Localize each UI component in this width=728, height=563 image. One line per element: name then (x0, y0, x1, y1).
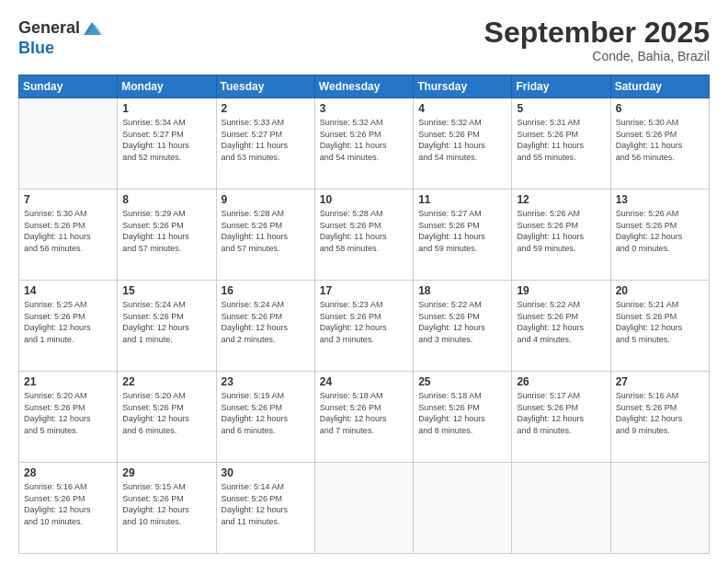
day-info: Sunrise: 5:29 AMSunset: 5:26 PMDaylight:… (122, 208, 210, 254)
table-row: 23Sunrise: 5:19 AMSunset: 5:26 PMDayligh… (216, 372, 314, 463)
col-friday: Friday (512, 75, 610, 98)
day-info: Sunrise: 5:32 AMSunset: 5:26 PMDaylight:… (418, 117, 506, 163)
day-info: Sunrise: 5:18 AMSunset: 5:26 PMDaylight:… (320, 390, 408, 436)
table-row: 18Sunrise: 5:22 AMSunset: 5:26 PMDayligh… (414, 281, 512, 372)
day-number: 30 (222, 466, 310, 479)
table-row: 1Sunrise: 5:34 AMSunset: 5:27 PMDaylight… (118, 98, 216, 190)
day-number: 3 (320, 102, 408, 115)
day-info: Sunrise: 5:20 AMSunset: 5:26 PMDaylight:… (122, 390, 210, 436)
day-info: Sunrise: 5:31 AMSunset: 5:26 PMDaylight:… (517, 117, 605, 163)
day-number: 15 (122, 284, 210, 297)
calendar-week-row: 7Sunrise: 5:30 AMSunset: 5:26 PMDaylight… (19, 190, 710, 281)
day-info: Sunrise: 5:23 AMSunset: 5:26 PMDaylight:… (320, 299, 408, 345)
col-monday: Monday (118, 75, 216, 98)
logo-blue-text: Blue (18, 39, 54, 58)
table-row: 14Sunrise: 5:25 AMSunset: 5:26 PMDayligh… (19, 281, 118, 372)
day-number: 23 (222, 375, 310, 388)
day-number: 17 (320, 284, 408, 297)
day-number: 1 (122, 102, 210, 115)
table-row: 4Sunrise: 5:32 AMSunset: 5:26 PMDaylight… (414, 98, 512, 190)
table-row: 2Sunrise: 5:33 AMSunset: 5:27 PMDaylight… (216, 98, 314, 190)
logo: General Blue (18, 17, 102, 58)
day-number: 28 (24, 466, 112, 479)
day-info: Sunrise: 5:15 AMSunset: 5:26 PMDaylight:… (122, 481, 210, 527)
calendar-week-row: 1Sunrise: 5:34 AMSunset: 5:27 PMDaylight… (19, 98, 710, 190)
day-number: 20 (616, 284, 704, 297)
calendar-week-row: 14Sunrise: 5:25 AMSunset: 5:26 PMDayligh… (19, 281, 710, 372)
day-number: 4 (418, 102, 506, 115)
day-info: Sunrise: 5:16 AMSunset: 5:26 PMDaylight:… (616, 390, 704, 436)
table-row: 28Sunrise: 5:16 AMSunset: 5:26 PMDayligh… (19, 463, 118, 554)
day-info: Sunrise: 5:26 AMSunset: 5:26 PMDaylight:… (616, 208, 704, 254)
day-info: Sunrise: 5:28 AMSunset: 5:26 PMDaylight:… (222, 208, 310, 254)
table-row: 5Sunrise: 5:31 AMSunset: 5:26 PMDaylight… (512, 98, 610, 190)
day-info: Sunrise: 5:27 AMSunset: 5:26 PMDaylight:… (418, 208, 506, 254)
day-number: 2 (222, 102, 310, 115)
table-row: 26Sunrise: 5:17 AMSunset: 5:26 PMDayligh… (512, 372, 610, 463)
table-row: 15Sunrise: 5:24 AMSunset: 5:26 PMDayligh… (118, 281, 216, 372)
day-info: Sunrise: 5:30 AMSunset: 5:26 PMDaylight:… (24, 208, 112, 254)
table-row (414, 463, 512, 554)
day-info: Sunrise: 5:30 AMSunset: 5:26 PMDaylight:… (616, 117, 704, 163)
day-number: 5 (517, 102, 605, 115)
day-info: Sunrise: 5:25 AMSunset: 5:26 PMDaylight:… (24, 299, 112, 345)
table-row: 6Sunrise: 5:30 AMSunset: 5:26 PMDaylight… (610, 98, 709, 190)
table-row: 29Sunrise: 5:15 AMSunset: 5:26 PMDayligh… (118, 463, 216, 554)
logo-icon (82, 18, 102, 39)
day-number: 7 (24, 193, 112, 206)
table-row: 7Sunrise: 5:30 AMSunset: 5:26 PMDaylight… (19, 190, 118, 281)
day-info: Sunrise: 5:17 AMSunset: 5:26 PMDaylight:… (517, 390, 605, 436)
table-row: 22Sunrise: 5:20 AMSunset: 5:26 PMDayligh… (118, 372, 216, 463)
day-info: Sunrise: 5:22 AMSunset: 5:26 PMDaylight:… (418, 299, 506, 345)
col-wednesday: Wednesday (314, 75, 413, 98)
day-number: 6 (616, 102, 704, 115)
logo-general-text: General (18, 18, 80, 38)
calendar-week-row: 28Sunrise: 5:16 AMSunset: 5:26 PMDayligh… (19, 463, 710, 554)
day-number: 16 (222, 284, 310, 297)
table-row: 24Sunrise: 5:18 AMSunset: 5:26 PMDayligh… (314, 372, 413, 463)
calendar-table: Sunday Monday Tuesday Wednesday Thursday… (18, 75, 710, 554)
table-row: 12Sunrise: 5:26 AMSunset: 5:26 PMDayligh… (512, 190, 610, 281)
day-info: Sunrise: 5:16 AMSunset: 5:26 PMDaylight:… (24, 481, 112, 527)
table-row: 27Sunrise: 5:16 AMSunset: 5:26 PMDayligh… (610, 372, 709, 463)
table-row: 8Sunrise: 5:29 AMSunset: 5:26 PMDaylight… (118, 190, 216, 281)
day-info: Sunrise: 5:32 AMSunset: 5:26 PMDaylight:… (320, 117, 408, 163)
table-row: 3Sunrise: 5:32 AMSunset: 5:26 PMDaylight… (314, 98, 413, 190)
day-number: 26 (517, 375, 605, 388)
day-number: 24 (320, 375, 408, 388)
day-number: 25 (418, 375, 506, 388)
table-row: 9Sunrise: 5:28 AMSunset: 5:26 PMDaylight… (216, 190, 314, 281)
day-number: 21 (24, 375, 112, 388)
month-title: September 2025 (484, 17, 710, 49)
day-info: Sunrise: 5:20 AMSunset: 5:26 PMDaylight:… (24, 390, 112, 436)
location: Conde, Bahia, Brazil (484, 49, 710, 63)
day-info: Sunrise: 5:24 AMSunset: 5:26 PMDaylight:… (222, 299, 310, 345)
day-info: Sunrise: 5:26 AMSunset: 5:26 PMDaylight:… (517, 208, 605, 254)
table-row (610, 463, 709, 554)
table-row (19, 98, 118, 190)
title-block: September 2025 Conde, Bahia, Brazil (484, 17, 710, 63)
day-number: 9 (222, 193, 310, 206)
table-row: 30Sunrise: 5:14 AMSunset: 5:26 PMDayligh… (216, 463, 314, 554)
day-number: 18 (418, 284, 506, 297)
day-number: 19 (517, 284, 605, 297)
day-number: 27 (616, 375, 704, 388)
day-number: 8 (122, 193, 210, 206)
day-number: 10 (320, 193, 408, 206)
table-row: 17Sunrise: 5:23 AMSunset: 5:26 PMDayligh… (314, 281, 413, 372)
day-info: Sunrise: 5:34 AMSunset: 5:27 PMDaylight:… (122, 117, 210, 163)
day-info: Sunrise: 5:21 AMSunset: 5:26 PMDaylight:… (616, 299, 704, 345)
header: General Blue September 2025 Conde, Bahia… (18, 17, 710, 63)
day-number: 12 (517, 193, 605, 206)
col-sunday: Sunday (19, 75, 118, 98)
table-row: 21Sunrise: 5:20 AMSunset: 5:26 PMDayligh… (19, 372, 118, 463)
day-info: Sunrise: 5:19 AMSunset: 5:26 PMDaylight:… (222, 390, 310, 436)
day-number: 13 (616, 193, 704, 206)
day-info: Sunrise: 5:14 AMSunset: 5:26 PMDaylight:… (222, 481, 310, 527)
table-row: 19Sunrise: 5:22 AMSunset: 5:26 PMDayligh… (512, 281, 610, 372)
day-info: Sunrise: 5:33 AMSunset: 5:27 PMDaylight:… (222, 117, 310, 163)
day-number: 29 (122, 466, 210, 479)
table-row: 16Sunrise: 5:24 AMSunset: 5:26 PMDayligh… (216, 281, 314, 372)
table-row (512, 463, 610, 554)
day-number: 14 (24, 284, 112, 297)
